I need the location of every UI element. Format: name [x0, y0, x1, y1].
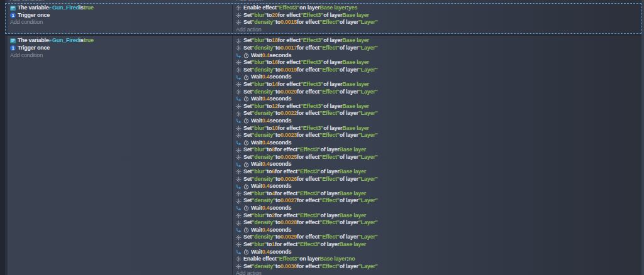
- action-row[interactable]: Set "blur" to 6 for effect "Effect3" of …: [235, 168, 641, 176]
- text-token: of layer: [320, 146, 339, 154]
- add-action-link[interactable]: Add action: [235, 270, 641, 275]
- action-row[interactable]: Set "blur" to 8 for effect "Effect3" of …: [235, 146, 641, 154]
- action-row[interactable]: Set "density" to 0.0023 for effect "Effe…: [235, 132, 641, 139]
- text-token: 0.0023: [280, 132, 297, 139]
- text-token: to: [267, 12, 272, 19]
- text-token: Gun_Fired: [52, 4, 79, 12]
- text-token: Wait: [251, 52, 262, 60]
- text-token: to: [267, 212, 272, 220]
- text-token: "Layer": [358, 263, 378, 271]
- action-row[interactable]: Wait 0.4 seconds: [235, 73, 641, 81]
- add-action-link[interactable]: Add action: [235, 26, 641, 34]
- text-token: seconds: [269, 95, 291, 103]
- text-token: Base layer: [342, 59, 369, 67]
- add-action-link[interactable]: Add action: [236, 0, 264, 3]
- action-row[interactable]: Set "density" to 0.0015 for effect "Effe…: [235, 19, 641, 26]
- action-row[interactable]: Set "density" to 0.0025 for effect "Effe…: [235, 154, 641, 161]
- text-token: Set: [243, 263, 252, 271]
- text-token: "density": [252, 19, 275, 26]
- text-token: for effect: [297, 219, 319, 227]
- text-token: Wait: [251, 73, 262, 81]
- action-row[interactable]: Set "density" to 0.0027 for effect "Effe…: [235, 197, 641, 205]
- text-token: Base layer: [339, 190, 366, 198]
- action-row[interactable]: Set "blur" to 10 for effect "Effect3" of…: [235, 125, 641, 132]
- action-row[interactable]: Set "density" to 0.0028 for effect "Effe…: [235, 219, 641, 227]
- text-token: Set: [243, 197, 252, 205]
- event-block-2[interactable]: The variable ℮ Gun_Fired is true1Trigger…: [5, 36, 641, 275]
- action-row[interactable]: Wait 0.4 seconds: [235, 183, 641, 190]
- condition-row[interactable]: 1Trigger once: [9, 45, 232, 52]
- text-token: "Layer": [358, 197, 378, 205]
- text-token: for effect: [297, 45, 319, 52]
- clock-icon: [243, 118, 249, 124]
- partial-event-block: Add condition Add action: [5, 0, 641, 3]
- action-row[interactable]: Set "density" to 0.0019 for effect "Effe…: [235, 67, 641, 74]
- text-token: "Effect": [319, 19, 340, 26]
- action-row[interactable]: Wait 0.4 seconds: [235, 227, 641, 234]
- action-row[interactable]: Enable effect "Effect3" on layer Base la…: [235, 4, 641, 12]
- condition-row[interactable]: The variable ℮ Gun_Fired is true: [9, 37, 232, 45]
- action-row[interactable]: Set "blur" to 16 for effect "Effect3" of…: [235, 59, 641, 67]
- action-row[interactable]: Set "density" to 0.0029 for effect "Effe…: [235, 234, 641, 241]
- action-row[interactable]: Set "density" to 0.0020 for effect "Effe…: [235, 89, 641, 96]
- action-row[interactable]: Wait 0.4 seconds: [235, 161, 641, 168]
- action-row[interactable]: Set "blur" to 18 for effect "Effect3" of…: [235, 37, 641, 45]
- text-token: "blur": [252, 168, 267, 176]
- action-row[interactable]: Wait 0.4 seconds: [235, 205, 641, 212]
- action-row[interactable]: Set "blur" to 4 for effect "Effect3" of …: [235, 190, 641, 198]
- add-condition-link[interactable]: Add condition: [9, 52, 232, 60]
- action-row[interactable]: Set "blur" to 20 for effect "Effect3" of…: [235, 12, 641, 19]
- text-token: Trigger once: [18, 45, 50, 52]
- text-token: for effect: [275, 190, 297, 198]
- action-row[interactable]: Wait 0.4 seconds: [235, 95, 641, 103]
- text-token: 16: [272, 59, 278, 67]
- text-token: "Effect3": [297, 190, 320, 198]
- text-token: Gun_Fired: [52, 37, 79, 45]
- fx-icon: [236, 67, 242, 73]
- text-token: of layer: [340, 19, 358, 26]
- text-token: "density": [252, 89, 275, 96]
- text-token: "Effect3": [301, 125, 323, 132]
- condition-row[interactable]: The variable ℮ Gun_Fired is true: [9, 4, 232, 12]
- text-token: on layer: [299, 256, 320, 263]
- clock-icon: [243, 53, 249, 58]
- variable-icon: [10, 5, 16, 11]
- action-row[interactable]: Set "density" to 0.0017 for effect "Effe…: [235, 45, 641, 52]
- fx-icon: [236, 111, 242, 117]
- action-row[interactable]: Wait 0.4 seconds: [235, 249, 641, 256]
- event-blocks-container: Add condition Add action The variable ℮ …: [5, 0, 641, 275]
- action-row[interactable]: Set "blur" to 2 for effect "Effect3" of …: [235, 212, 641, 220]
- action-row[interactable]: Set "blur" to 14 for effect "Effect3" of…: [235, 81, 641, 89]
- fx-icon: [236, 13, 242, 18]
- text-token: "density": [252, 234, 275, 241]
- text-token: for effect: [278, 125, 301, 132]
- event-block-1[interactable]: The variable ℮ Gun_Fired is true1Trigger…: [5, 3, 641, 34]
- add-condition-link[interactable]: Add condition: [10, 0, 45, 3]
- add-condition-link[interactable]: Add condition: [9, 19, 232, 26]
- condition-row[interactable]: 1Trigger once: [9, 12, 232, 19]
- action-row[interactable]: Enable effect "Effect3" on layer Base la…: [235, 256, 641, 263]
- text-token: Wait: [251, 249, 262, 256]
- action-row[interactable]: Set "blur" to 12 for effect "Effect3" of…: [235, 103, 641, 111]
- action-row[interactable]: Wait 0.4 seconds: [235, 139, 641, 147]
- text-token: for effect: [278, 59, 301, 67]
- text-token: to: [275, 176, 280, 183]
- text-token: for effect: [278, 12, 301, 19]
- text-token: "blur": [252, 146, 267, 154]
- action-row[interactable]: Set "density" to 0.0026 for effect "Effe…: [235, 176, 641, 183]
- text-token: "Effect": [319, 67, 340, 74]
- trigger-once-icon: 1: [10, 13, 16, 18]
- text-token: Wait: [251, 117, 262, 125]
- fx-icon: [236, 82, 242, 87]
- text-token: "density": [252, 154, 275, 161]
- action-row[interactable]: Wait 0.4 seconds: [235, 52, 641, 60]
- clock-icon: [243, 227, 249, 233]
- text-token: true: [84, 37, 94, 45]
- text-token: for effect: [275, 168, 297, 176]
- action-row[interactable]: Wait 0.4 seconds: [235, 117, 641, 125]
- action-row[interactable]: Set "density" to 0.0030 for effect "Effe…: [235, 263, 641, 271]
- text-token: 0.4: [262, 117, 270, 125]
- action-row[interactable]: Set "density" to 0.0022 for effect "Effe…: [235, 110, 641, 117]
- action-row[interactable]: Set "blur" to 1 for effect "Effect3" of …: [235, 241, 641, 249]
- vertical-scrollbar[interactable]: [641, 0, 644, 275]
